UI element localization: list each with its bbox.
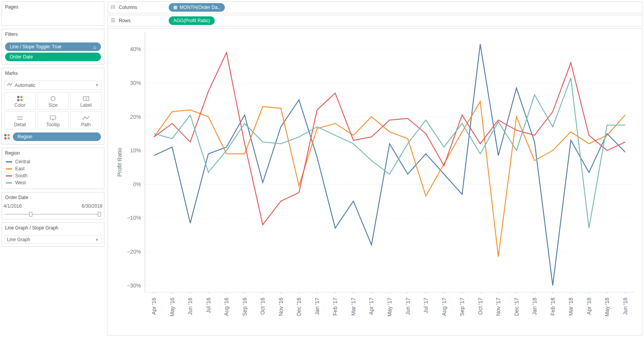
legend-item-south[interactable]: South <box>4 172 102 179</box>
filters-label: Filters <box>2 29 104 39</box>
svg-text:Apr '17: Apr '17 <box>368 298 374 315</box>
pages-card: Pages <box>2 2 104 26</box>
filter-pill-order-date[interactable]: Order Date <box>5 53 101 61</box>
color-icon <box>5 95 35 102</box>
rows-shelf[interactable]: Rows AGG(Profit Ratio) <box>108 15 642 26</box>
color-icon <box>4 134 10 139</box>
legend-swatch <box>6 168 12 169</box>
svg-text:Apr '18: Apr '18 <box>586 298 592 315</box>
svg-text:−20%: −20% <box>127 249 141 255</box>
chart-area[interactable]: −30%−20%−10%0%10%20%30%40%Profit RatioAp… <box>108 28 642 335</box>
order-date-label: Order Date <box>2 192 104 203</box>
marks-label: Marks <box>2 68 104 78</box>
marks-color-button[interactable]: Color <box>4 92 36 110</box>
svg-point-0 <box>51 97 55 101</box>
columns-icon <box>110 4 116 11</box>
legend-swatch <box>6 161 12 162</box>
order-date-range: 4/1/2016 6/30/2018 <box>2 203 104 211</box>
marks-btn-label: Color <box>5 102 35 108</box>
svg-point-4 <box>19 116 21 118</box>
svg-text:Jul '16: Jul '16 <box>205 298 212 313</box>
svg-point-5 <box>21 116 23 118</box>
legend-swatch <box>6 175 12 176</box>
marks-type-dropdown[interactable]: Automatic ▼ <box>4 81 102 90</box>
graph-type-label: Line Graph / Slope Graph <box>2 223 104 233</box>
filters-card: Filters Line / Slope Toggle: True △ Orde… <box>2 29 104 65</box>
slider-handle-start[interactable] <box>29 212 32 217</box>
filter-pill-slope-toggle[interactable]: Line / Slope Toggle: True △ <box>5 42 101 51</box>
marks-label-button[interactable]: T Label <box>70 92 102 110</box>
legend-body: Central East South West <box>2 158 104 189</box>
filters-body: Line / Slope Toggle: True △ Order Date <box>2 39 104 64</box>
marks-card: Marks Automatic ▼ Color <box>2 68 104 145</box>
chevron-down-icon: ▼ <box>95 238 99 242</box>
marks-path-button[interactable]: Path <box>70 111 102 129</box>
color-pill-label: Region <box>18 134 32 139</box>
main: Columns ⊞ MONTH(Order Da.. Rows AGG(Prof… <box>106 0 644 337</box>
svg-text:T: T <box>85 97 87 101</box>
svg-text:Jul '17: Jul '17 <box>423 298 429 313</box>
svg-text:Aug '17: Aug '17 <box>441 298 447 316</box>
filter-pill-label: Order Date <box>10 54 33 60</box>
marks-btn-label: Detail <box>5 122 35 127</box>
svg-text:Jan '18: Jan '18 <box>531 298 538 315</box>
slider-handle-end[interactable] <box>98 212 101 217</box>
svg-text:Mar '17: Mar '17 <box>350 298 356 316</box>
filter-pill-label: Line / Slope Toggle: True <box>10 44 62 49</box>
slider-track <box>5 214 101 215</box>
svg-text:Oct '17: Oct '17 <box>477 298 483 315</box>
rows-pill[interactable]: AGG(Profit Ratio) <box>169 16 215 25</box>
legend-swatch <box>6 182 12 183</box>
marks-type-value: Automatic <box>15 83 95 88</box>
svg-text:Nov '17: Nov '17 <box>495 298 501 316</box>
legend-label: West <box>15 180 26 185</box>
line-chart[interactable]: −30%−20%−10%0%10%20%30%40%Profit RatioAp… <box>108 28 642 335</box>
color-pill-region[interactable]: Region <box>13 132 101 141</box>
graph-type-card: Line Graph / Slope Graph Line Graph ▼ <box>2 222 104 247</box>
svg-text:Dec '17: Dec '17 <box>513 298 520 316</box>
marks-detail-button[interactable]: Detail <box>4 111 36 129</box>
svg-text:20%: 20% <box>130 114 141 120</box>
expand-icon: ⊞ <box>173 5 177 10</box>
columns-shelf[interactable]: Columns ⊞ MONTH(Order Da.. <box>108 2 642 13</box>
order-date-card: Order Date 4/1/2016 6/30/2018 <box>2 192 104 219</box>
svg-text:Mar '18: Mar '18 <box>568 298 574 316</box>
size-icon <box>39 95 68 102</box>
columns-pill[interactable]: ⊞ MONTH(Order Da.. <box>169 3 225 12</box>
pages-drop-area[interactable] <box>2 12 104 25</box>
legend-card: Region Central East South West <box>2 148 104 189</box>
marks-btn-label: Size <box>39 102 68 108</box>
columns-shelf-label: Columns <box>110 4 165 11</box>
order-date-end: 6/30/2018 <box>82 203 102 209</box>
rows-icon <box>110 18 116 24</box>
chevron-down-icon: ▼ <box>95 83 99 87</box>
svg-text:Sep '17: Sep '17 <box>459 298 465 316</box>
columns-label-text: Columns <box>119 5 137 10</box>
svg-text:0%: 0% <box>133 181 141 187</box>
svg-text:Feb '17: Feb '17 <box>332 298 338 316</box>
svg-text:May '18: May '18 <box>604 298 610 317</box>
svg-text:Sep '16: Sep '16 <box>242 298 248 316</box>
svg-text:Feb '18: Feb '18 <box>550 298 556 316</box>
columns-pill-label: MONTH(Order Da.. <box>180 5 220 10</box>
order-date-slider[interactable] <box>5 211 101 217</box>
svg-text:May '16: May '16 <box>169 298 175 317</box>
graph-type-dropdown[interactable]: Line Graph ▼ <box>4 235 102 244</box>
legend-item-central[interactable]: Central <box>4 158 102 165</box>
color-pill-row: Region <box>4 132 102 142</box>
svg-text:Jun '16: Jun '16 <box>187 298 193 315</box>
marks-size-button[interactable]: Size <box>37 92 69 110</box>
sidebar: Pages Filters Line / Slope Toggle: True … <box>0 0 106 337</box>
svg-text:Apr '16: Apr '16 <box>151 298 157 315</box>
legend-label: South <box>15 173 27 178</box>
marks-tooltip-button[interactable]: Tooltip <box>37 111 69 129</box>
graph-type-value: Line Graph <box>7 237 95 242</box>
svg-text:−10%: −10% <box>127 215 141 221</box>
legend-item-east[interactable]: East <box>4 165 102 172</box>
svg-text:Jun '17: Jun '17 <box>405 298 411 315</box>
legend-item-west[interactable]: West <box>4 179 102 186</box>
marks-grid: Color Size T Label <box>4 92 102 129</box>
label-icon: T <box>71 95 101 102</box>
svg-text:−30%: −30% <box>127 282 141 289</box>
tooltip-icon <box>39 114 68 122</box>
